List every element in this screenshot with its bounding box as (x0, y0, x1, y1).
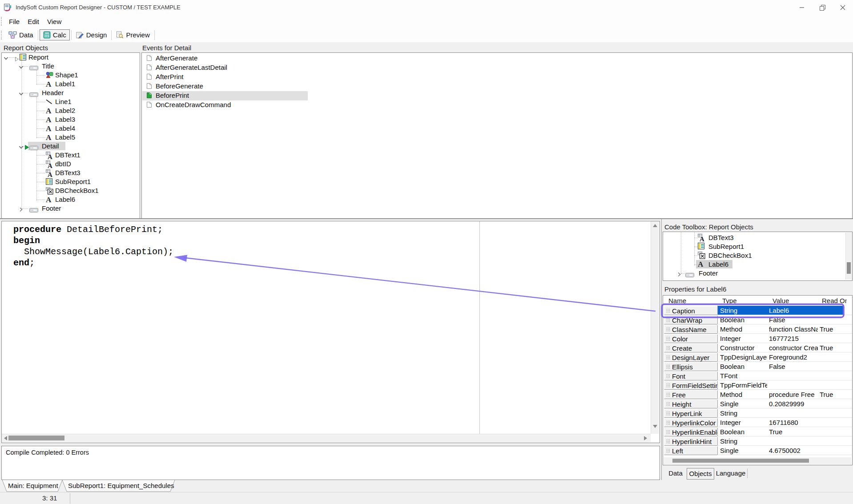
property-value[interactable]: constructor Create (769, 344, 818, 352)
toolbox-item-DBText3[interactable]: ADBText3 (663, 233, 852, 242)
menu-item-view[interactable]: View (43, 18, 65, 25)
tree-item-Header[interactable]: Header (2, 88, 140, 97)
property-row-HyperlinkColor[interactable]: HyperlinkColorInteger16711680 (663, 418, 852, 427)
tree-item-DBText3[interactable]: ADBText3 (2, 168, 140, 177)
menu-item-edit[interactable]: Edit (24, 18, 43, 25)
property-name-cell[interactable]: Ellipsis (664, 362, 718, 371)
property-value[interactable]: 16711680 (769, 419, 818, 426)
property-value[interactable]: Foreground2 (769, 353, 818, 361)
expand-icon[interactable] (19, 206, 24, 214)
property-value[interactable]: 16777215 (769, 335, 818, 342)
property-value[interactable]: Label6 (769, 307, 818, 314)
property-name-cell[interactable]: Left (664, 446, 718, 455)
property-name-cell[interactable]: HyperLink (664, 409, 718, 418)
tree-item-dbtID[interactable]: AdbtID (2, 160, 140, 168)
workbook-tab-subreport1[interactable]: SubReport1: Equipment_Schedules (68, 480, 174, 492)
property-value[interactable]: 0.20829999 (769, 400, 818, 408)
toolbar-gripper[interactable] (1, 31, 3, 40)
tree-item-Title[interactable]: Title (2, 62, 140, 71)
tree-item-DBText1[interactable]: ADBText1 (2, 151, 140, 160)
event-item-BeforePrint[interactable]: BeforePrint (142, 91, 308, 100)
tree-item-Label5[interactable]: ALabel5 (2, 133, 140, 142)
event-item-AfterGenerateLastDetail[interactable]: AfterGenerateLastDetail (142, 63, 308, 72)
property-row-HyperlinkHint[interactable]: HyperlinkHintString (663, 436, 852, 446)
property-row-ClassName[interactable]: ClassNameMethodfunction ClassNameTrue (663, 324, 852, 334)
properties-column-header[interactable]: Type (722, 297, 767, 304)
tree-item-Line1[interactable]: Line1 (2, 97, 140, 106)
property-row-Color[interactable]: ColorInteger16777215 (663, 334, 852, 343)
property-name-cell[interactable]: Height (664, 400, 718, 408)
toolbar-gripper[interactable] (1, 17, 3, 26)
property-name-cell[interactable]: Caption (664, 306, 718, 315)
property-row-Create[interactable]: CreateConstructorconstructor CreateTrue (663, 343, 852, 352)
tree-item-Label1[interactable]: ALabel1 (2, 80, 140, 88)
toolbox-item-Footer[interactable]: Footer (663, 269, 852, 278)
toolbar-tab-design[interactable]: Design (73, 30, 110, 40)
property-name-cell[interactable]: DesignLayer (664, 353, 718, 362)
property-row-Ellipsis[interactable]: EllipsisBooleanFalse (663, 362, 852, 371)
restore-button[interactable] (812, 0, 833, 15)
editor-horizontal-scrollbar[interactable] (2, 434, 651, 442)
toolbox-item-SubReport1[interactable]: SubReport1 (663, 242, 852, 251)
property-name-cell[interactable]: Create (664, 344, 718, 352)
property-name-cell[interactable]: Color (664, 334, 718, 343)
property-row-Font[interactable]: FontTFont (663, 371, 852, 380)
scroll-left-icon[interactable] (4, 436, 7, 440)
property-name-cell[interactable]: HyperlinkColor (664, 418, 718, 427)
tree-item-Detail[interactable]: Detail (2, 142, 140, 151)
property-row-Caption[interactable]: CaptionStringLabel6 (663, 306, 852, 315)
workbook-tab-main[interactable]: Main: Equipment (8, 480, 58, 492)
scroll-up-icon[interactable] (653, 224, 657, 227)
event-item-AfterGenerate[interactable]: AfterGenerate (142, 54, 308, 63)
properties-horizontal-scrollbar[interactable] (664, 457, 851, 464)
right-tab-objects[interactable]: Objects (687, 468, 714, 480)
tree-item-Label4[interactable]: ALabel4 (2, 124, 140, 133)
property-value[interactable]: function ClassName (769, 325, 818, 333)
property-row-Height[interactable]: HeightSingle0.20829999 (663, 399, 852, 408)
tree-item-Footer[interactable]: Footer (2, 204, 140, 213)
tree-item-SubReport1[interactable]: SubReport1 (2, 177, 140, 186)
toolbar-tab-data[interactable]: Data (5, 30, 36, 40)
tree-item-Label3[interactable]: ALabel3 (2, 115, 140, 124)
tree-item-DBCheckBox1[interactable]: DBCheckBox1 (2, 186, 140, 195)
tree-item-Shape1[interactable]: Shape1 (2, 71, 140, 80)
property-name-cell[interactable]: ClassName (664, 325, 718, 334)
expand-icon[interactable] (677, 271, 682, 279)
properties-column-header[interactable]: Name (668, 297, 713, 304)
splitter-horizontal[interactable] (0, 218, 853, 219)
property-value[interactable]: procedure Free (769, 391, 818, 398)
properties-column-header[interactable]: Read Only (822, 297, 847, 304)
event-item-AfterPrint[interactable]: AfterPrint (142, 72, 308, 82)
tree-item-Label2[interactable]: ALabel2 (2, 106, 140, 115)
scroll-right-icon[interactable] (644, 436, 647, 440)
right-tab-data[interactable]: Data (666, 468, 685, 479)
property-name-cell[interactable]: CharWrap (664, 316, 718, 324)
toolbar-tab-preview[interactable]: Preview (113, 30, 153, 40)
close-button[interactable] (833, 0, 853, 15)
tree-item-Label6[interactable]: ALabel6 (2, 195, 140, 204)
toolbox-item-DBCheckBox1[interactable]: DBCheckBox1 (663, 251, 852, 260)
property-name-cell[interactable]: Free (664, 390, 718, 399)
menu-item-file[interactable]: File (5, 18, 24, 25)
property-row-HyperLink[interactable]: HyperLinkString (663, 408, 852, 418)
editor-vertical-scrollbar[interactable] (651, 221, 659, 434)
scroll-down-icon[interactable] (653, 425, 657, 428)
property-name-cell[interactable]: FormFieldSettings (664, 381, 718, 390)
property-name-cell[interactable]: HyperlinkHint (664, 437, 718, 446)
scrollbar-thumb[interactable] (672, 459, 809, 463)
property-row-Left[interactable]: LeftSingle4.6750002 (663, 446, 852, 455)
property-row-CharWrap[interactable]: CharWrapBooleanFalse (663, 315, 852, 324)
minimize-button[interactable] (792, 0, 812, 15)
property-row-Free[interactable]: FreeMethodprocedure FreeTrue (663, 390, 852, 399)
toolbar-tab-calc[interactable]: Calc (40, 29, 70, 40)
property-name-cell[interactable]: Font (664, 372, 718, 380)
scrollbar-thumb[interactable] (8, 436, 64, 440)
property-value[interactable]: False (769, 316, 818, 324)
property-name-cell[interactable]: HyperlinkEnabled (664, 428, 718, 436)
right-panel-divider[interactable] (661, 219, 662, 480)
property-row-HyperlinkEnabled[interactable]: HyperlinkEnabledBooleanTrue (663, 427, 852, 436)
property-value[interactable]: False (769, 363, 818, 370)
event-item-OnCreateDrawCommand[interactable]: OnCreateDrawCommand (142, 100, 308, 110)
toolbox-item-Label6[interactable]: ALabel6 (663, 260, 852, 269)
property-row-FormFieldSettings[interactable]: FormFieldSettingsTppFormFieldText (663, 380, 852, 390)
